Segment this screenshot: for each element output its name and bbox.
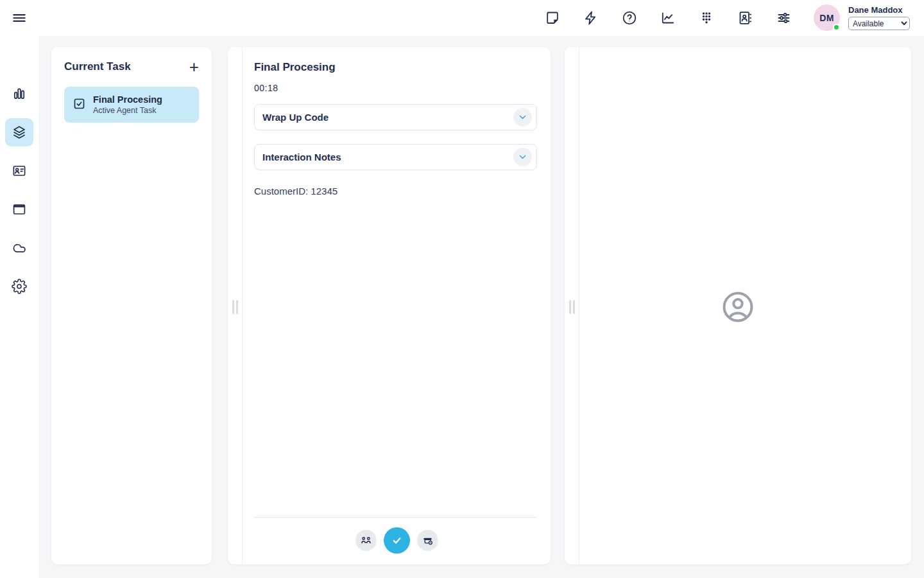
directory-icon[interactable] bbox=[737, 10, 753, 26]
help-icon[interactable] bbox=[622, 10, 637, 26]
contact-card-icon[interactable] bbox=[12, 163, 27, 179]
checked-checkbox-icon bbox=[73, 97, 86, 113]
status-select[interactable]: Available bbox=[848, 17, 910, 30]
panel-divider bbox=[579, 47, 579, 565]
task-item-subtitle: Active Agent Task bbox=[93, 106, 162, 115]
panel-resize-handle[interactable] bbox=[569, 294, 575, 320]
layers-icon[interactable] bbox=[12, 125, 27, 140]
current-task-header: Current Task + bbox=[51, 47, 212, 74]
bar-chart-icon[interactable] bbox=[12, 86, 27, 101]
hamburger-menu-icon[interactable] bbox=[11, 10, 28, 26]
add-task-button[interactable]: + bbox=[189, 60, 199, 74]
preferences-sliders-icon[interactable] bbox=[776, 10, 791, 26]
topbar-actions bbox=[545, 10, 791, 26]
complete-check-icon[interactable] bbox=[384, 527, 410, 554]
cloud-icon[interactable] bbox=[12, 240, 27, 256]
top-bar: DM Dane Maddox Available bbox=[0, 0, 924, 36]
note-icon[interactable] bbox=[545, 10, 560, 26]
status-dot bbox=[833, 24, 840, 31]
chevron-down-icon bbox=[513, 108, 532, 127]
zap-icon[interactable] bbox=[583, 10, 599, 26]
task-action-bar bbox=[243, 527, 551, 554]
wrapup-code-accordion[interactable]: Wrap Up Code bbox=[254, 104, 537, 130]
task-detail-content: Final Procesing 00:18 Wrap Up Code Inter… bbox=[243, 47, 551, 565]
user-circle-icon bbox=[720, 289, 756, 325]
interaction-notes-accordion[interactable]: Interaction Notes bbox=[254, 144, 537, 170]
wrapup-code-label: Wrap Up Code bbox=[262, 112, 329, 123]
task-item-texts: Final Procesing Active Agent Task bbox=[93, 94, 162, 115]
user-name: Dane Maddox bbox=[848, 5, 911, 15]
current-task-title: Current Task bbox=[64, 60, 131, 73]
interaction-notes-label: Interaction Notes bbox=[262, 152, 341, 162]
task-list-item[interactable]: Final Procesing Active Agent Task bbox=[64, 87, 199, 123]
actions-separator bbox=[253, 517, 537, 518]
park-interaction-icon[interactable] bbox=[417, 530, 438, 551]
chevron-down-icon bbox=[513, 148, 532, 166]
task-item-title: Final Procesing bbox=[93, 94, 162, 105]
customer-id-text: CustomerID: 12345 bbox=[254, 186, 537, 197]
user-block: Dane Maddox Available bbox=[848, 5, 911, 30]
task-detail-panel: Final Procesing 00:18 Wrap Up Code Inter… bbox=[228, 47, 551, 565]
transfer-people-icon[interactable] bbox=[355, 530, 377, 551]
customer-panel bbox=[565, 47, 911, 565]
left-nav-rail bbox=[0, 36, 38, 578]
panel-resize-handle[interactable] bbox=[232, 294, 238, 320]
performance-chart-icon[interactable] bbox=[660, 10, 676, 26]
current-task-panel: Current Task + Final Procesing Active Ag… bbox=[51, 47, 212, 565]
agent-desktop-app: DM Dane Maddox Available bbox=[0, 0, 924, 578]
gear-icon[interactable] bbox=[12, 279, 27, 294]
dialpad-icon[interactable] bbox=[699, 10, 714, 26]
task-detail-title: Final Procesing bbox=[254, 61, 537, 74]
window-icon[interactable] bbox=[12, 202, 27, 217]
task-timer: 00:18 bbox=[254, 83, 537, 93]
